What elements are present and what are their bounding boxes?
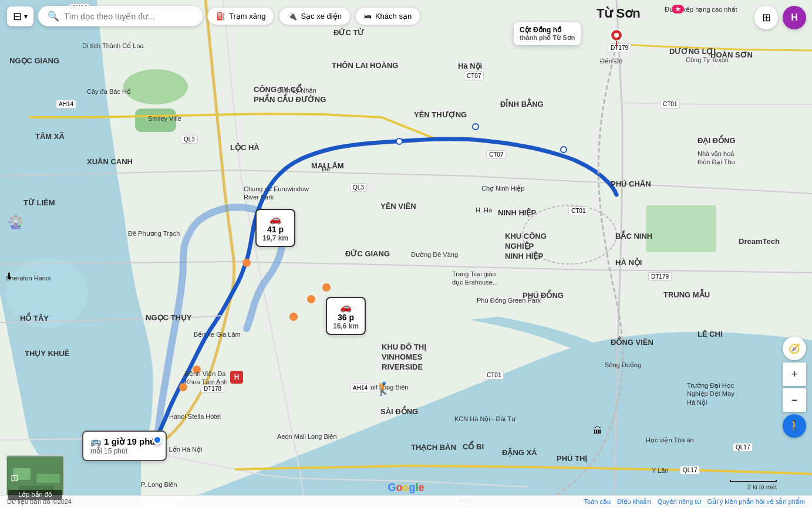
road-dt179-2: DT179 (648, 272, 672, 281)
toolbar: ⊟ ▾ 🔍 ⛽ Trạm xăng 🔌 Sạc xe điện 🛏 Khách … (0, 6, 812, 26)
scale-label: 2 ki lô mét (747, 483, 777, 490)
road-ah14-2: AH14 (56, 100, 76, 109)
hotel-filter-icon: 🛏 (364, 12, 372, 21)
route-info-2[interactable]: 🚗 36 p 16,6 km (326, 297, 366, 335)
hotel-icon-tam-anh: H (230, 371, 243, 384)
route-info-1[interactable]: 🚗 41 p 19,7 km (255, 209, 295, 247)
car-icon-2: 🚗 (340, 302, 352, 313)
gas-icon: ⛽ (216, 12, 225, 21)
layers-icon[interactable]: ⊟ (13, 10, 22, 23)
gas-station-button[interactable]: ⛽ Trạm xăng (207, 7, 274, 25)
svg-rect-4 (646, 205, 716, 252)
grid-apps-button[interactable]: ⊞ (754, 6, 778, 29)
top-right-controls: ⊞ H (754, 6, 806, 29)
car-icon-1: 🚗 (269, 214, 281, 225)
svg-point-11 (193, 365, 201, 374)
road-ct07-2: CT07 (486, 150, 506, 159)
scale-bar: 2 ki lô mét (730, 480, 777, 490)
road-ct07-1: CT07 (464, 72, 484, 80)
scale-line (730, 480, 777, 482)
place-icon-golf: 🏌️ (376, 381, 392, 397)
layer-icon: ⊡ (11, 472, 18, 483)
road-dt178: DT178 (201, 384, 224, 393)
svg-point-1 (6, 258, 88, 328)
transit-info-box[interactable]: 🚌 1 giờ 19 phút mỗi 15 phút (82, 431, 167, 461)
account-button[interactable]: H (783, 6, 806, 29)
svg-point-13 (396, 138, 402, 144)
place-icon-park: 🎡 (8, 215, 23, 230)
feedback-link[interactable]: Gửi ý kiến phản hồi về sản phẩm (707, 498, 805, 505)
compass-button[interactable]: 🧭 (783, 337, 806, 360)
grid-icon: ⊞ (762, 11, 771, 24)
ev-charging-button[interactable]: 🔌 Sạc xe điện (279, 7, 350, 25)
terms-link[interactable]: Điều khoản (617, 498, 651, 505)
road-ah14-3: AH14 (350, 384, 370, 392)
svg-point-2 (123, 69, 188, 104)
map-nav-controls[interactable]: ⊟ ▾ (7, 6, 33, 26)
place-icon-school: 🏛 (593, 426, 602, 436)
destination-pin (609, 29, 624, 50)
hotel-button[interactable]: 🛏 Khách sạn (355, 7, 420, 25)
ev-icon: 🔌 (288, 12, 297, 21)
search-box[interactable]: 🔍 (38, 6, 203, 26)
road-ql17-2: QL17 (733, 443, 753, 452)
svg-point-15 (561, 147, 567, 153)
svg-point-10 (322, 283, 331, 292)
road-ct01-3: CT01 (484, 371, 504, 380)
svg-point-12 (179, 383, 187, 391)
zoom-out-button[interactable]: − (783, 388, 806, 412)
origin-circle (153, 435, 162, 445)
road-ql17-1: QL17 (680, 466, 700, 475)
privacy-link[interactable]: Quyền riêng tư (658, 498, 701, 505)
global-link[interactable]: Toàn cầu (584, 498, 611, 505)
svg-point-14 (473, 124, 479, 130)
svg-point-8 (289, 313, 298, 321)
zoom-in-button[interactable]: + (783, 363, 806, 386)
right-controls: 🧭 + − 🚶 (783, 337, 806, 438)
dropdown-icon[interactable]: ▾ (24, 12, 28, 21)
svg-point-5 (242, 259, 251, 267)
road-ql3-2: QL3 (181, 135, 198, 144)
map-layer-label: Lớp bản đồ (8, 490, 62, 500)
bottom-bar: Dữ liệu bản đồ ©2024 Toàn cầu Điều khoản… (0, 495, 812, 508)
place-icon-sheraton: 🌡 (5, 271, 14, 282)
search-input[interactable] (64, 12, 193, 21)
svg-point-9 (307, 295, 315, 303)
google-logo: Google (388, 482, 424, 494)
road-ct01-2: CT01 (568, 206, 588, 215)
account-label: H (791, 12, 798, 23)
svg-point-18 (614, 33, 619, 38)
road-ql3-1: QL3 (350, 183, 367, 192)
road-ct01-1: CT01 (660, 100, 680, 109)
svg-rect-3 (135, 109, 176, 132)
street-view-button[interactable]: 🚶 (783, 414, 806, 438)
map-container[interactable]: NGỌC GIANG Di tích Thành Cổ Loa Cây đa B… (0, 0, 812, 508)
search-icon: 🔍 (48, 11, 59, 22)
